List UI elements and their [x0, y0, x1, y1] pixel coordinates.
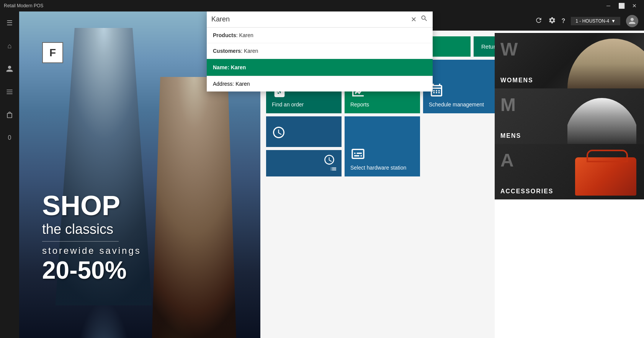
clock-in-tile[interactable] [266, 116, 342, 147]
reports-label: Reports [350, 101, 414, 108]
select-hardware-station-tile[interactable]: Select hardware station [345, 116, 420, 176]
sidebar-home-icon[interactable]: ⌂ [2, 38, 17, 54]
refresh-icon[interactable] [535, 16, 543, 26]
accessories-label: ACCESSORIES [500, 188, 553, 195]
window-controls: ─ ⬜ ✕ [603, 0, 640, 11]
hero-text: SHOP the classics storewide savings 20-5… [42, 190, 141, 284]
search-submit-icon[interactable] [420, 15, 428, 24]
hero-f-badge: F [42, 42, 63, 63]
app-title: Retail Modern POS [4, 3, 43, 8]
sidebar-list-icon[interactable] [2, 84, 17, 100]
sidebar-zero-badge[interactable]: 0 [2, 130, 17, 145]
schedule-management-tile[interactable]: Schedule management [423, 60, 499, 113]
product-item-mens[interactable]: M MENS [495, 88, 644, 144]
search-products-category[interactable]: Products: Karen [207, 28, 433, 43]
minimize-button[interactable]: ─ [603, 0, 614, 11]
clock-list-tile[interactable] [266, 150, 342, 177]
search-overlay: ✕ Products: Karen Customers: Karen Name:… [207, 11, 433, 91]
close-button[interactable]: ✕ [629, 0, 640, 11]
mens-label: MENS [500, 132, 521, 139]
sidebar: ☰ ⌂ 0 [0, 11, 19, 338]
help-icon[interactable]: ? [562, 18, 566, 24]
find-order-label: Find an order [272, 101, 336, 108]
products-sidebar: Products W WOMENS M MENS [495, 11, 644, 338]
sidebar-menu-icon[interactable]: ☰ [2, 15, 17, 31]
search-customers-category[interactable]: Customers: Karen [207, 43, 433, 59]
product-item-accessories[interactable]: A ACCESSORIES [495, 144, 644, 199]
product-item-womens[interactable]: W WOMENS [495, 33, 644, 88]
store-label[interactable]: 1 - HOUSTON-4 ▼ [571, 17, 620, 25]
app-container: ☰ ⌂ 0 F SHOP the classics storewide savi… [0, 11, 644, 338]
maximize-button[interactable]: ⬜ [616, 0, 627, 11]
search-result-address[interactable]: Address: Karen [207, 76, 433, 91]
sidebar-customers-icon[interactable] [2, 61, 17, 77]
search-dropdown: Products: Karen Customers: Karen Name: K… [207, 28, 433, 91]
settings-icon[interactable] [548, 16, 556, 26]
search-result-name[interactable]: Name: Karen [207, 59, 433, 76]
sidebar-bag-icon[interactable] [2, 107, 17, 122]
content-area: F SHOP the classics storewide savings 20… [19, 11, 644, 338]
user-avatar[interactable] [626, 15, 638, 27]
search-clear-icon[interactable]: ✕ [411, 15, 417, 24]
schedule-management-label: Schedule management [429, 101, 493, 108]
womens-label: WOMENS [500, 77, 533, 84]
select-hardware-station-label: Select hardware station [350, 165, 414, 171]
search-bar: ✕ [207, 11, 433, 28]
title-bar: Retail Modern POS ─ ⬜ ✕ [0, 0, 644, 11]
search-input[interactable] [211, 15, 407, 23]
